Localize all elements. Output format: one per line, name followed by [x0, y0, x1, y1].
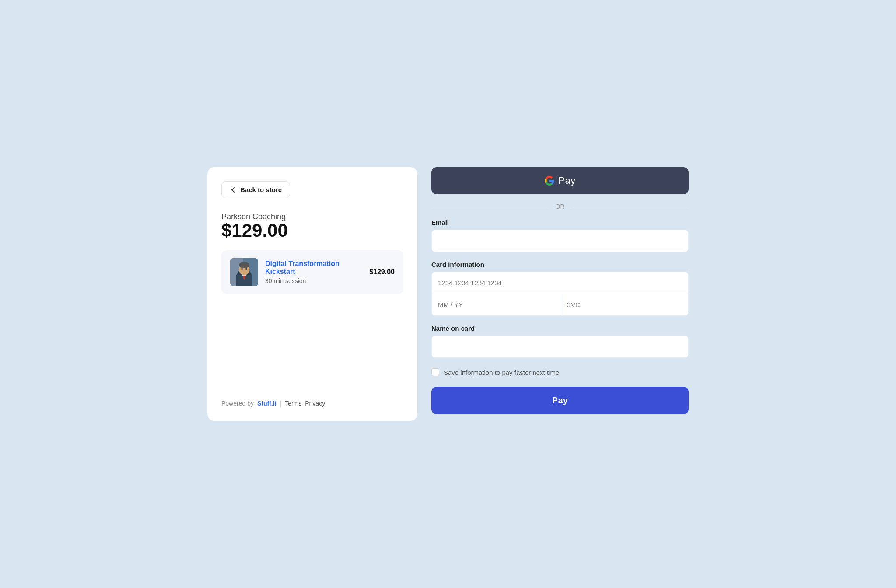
svg-point-9 — [241, 268, 243, 270]
checkout-container: Back to store Parkson Coaching $129.00 — [207, 167, 689, 421]
total-price: $129.00 — [221, 221, 403, 240]
svg-point-8 — [239, 262, 249, 268]
save-info-label: Save information to pay faster next time — [444, 369, 559, 376]
email-section: Email — [431, 219, 689, 252]
card-info-label: Card information — [431, 261, 689, 268]
product-info: Digital Transformation Kickstart 30 min … — [265, 260, 362, 284]
brand-link[interactable]: Stuff.li — [257, 400, 276, 407]
card-cvc-input[interactable] — [560, 294, 689, 316]
name-section: Name on card — [431, 325, 689, 358]
or-divider: OR — [431, 203, 689, 210]
email-label: Email — [431, 219, 689, 226]
product-card: Digital Transformation Kickstart 30 min … — [221, 250, 403, 294]
product-image — [230, 258, 258, 286]
card-expiry-input[interactable] — [431, 294, 560, 316]
save-info-checkbox[interactable] — [431, 368, 439, 376]
terms-link[interactable]: Terms — [285, 400, 301, 407]
store-info: Parkson Coaching $129.00 — [221, 209, 403, 240]
powered-by-label: Powered by — [221, 400, 254, 407]
right-panel: Pay OR Email Card information Name on ca… — [431, 167, 689, 414]
name-label: Name on card — [431, 325, 689, 332]
save-info-row: Save information to pay faster next time — [431, 368, 689, 376]
svg-point-10 — [245, 268, 247, 270]
privacy-link[interactable]: Privacy — [305, 400, 325, 407]
email-input[interactable] — [431, 230, 689, 252]
card-number-input[interactable] — [431, 272, 689, 294]
gpay-label: Pay — [558, 175, 575, 186]
card-inputs-group — [431, 272, 689, 316]
card-expiry-cvc-row — [431, 294, 689, 316]
pay-button-label: Pay — [552, 396, 568, 405]
footer-links: Powered by Stuff.li | Terms Privacy — [221, 400, 403, 407]
pay-button[interactable]: Pay — [431, 387, 689, 414]
back-to-store-button[interactable]: Back to store — [221, 181, 290, 198]
arrow-left-icon — [230, 186, 237, 193]
footer-separator: | — [280, 400, 281, 407]
or-text: OR — [556, 203, 565, 210]
name-on-card-input[interactable] — [431, 336, 689, 358]
product-card-price: $129.00 — [369, 268, 395, 276]
google-g-icon — [544, 175, 555, 186]
card-section: Card information — [431, 261, 689, 316]
google-pay-button[interactable]: Pay — [431, 167, 689, 194]
product-thumbnail — [230, 258, 258, 286]
left-panel: Back to store Parkson Coaching $129.00 — [207, 167, 417, 421]
product-subtitle: 30 min session — [265, 277, 362, 284]
product-title: Digital Transformation Kickstart — [265, 260, 362, 276]
